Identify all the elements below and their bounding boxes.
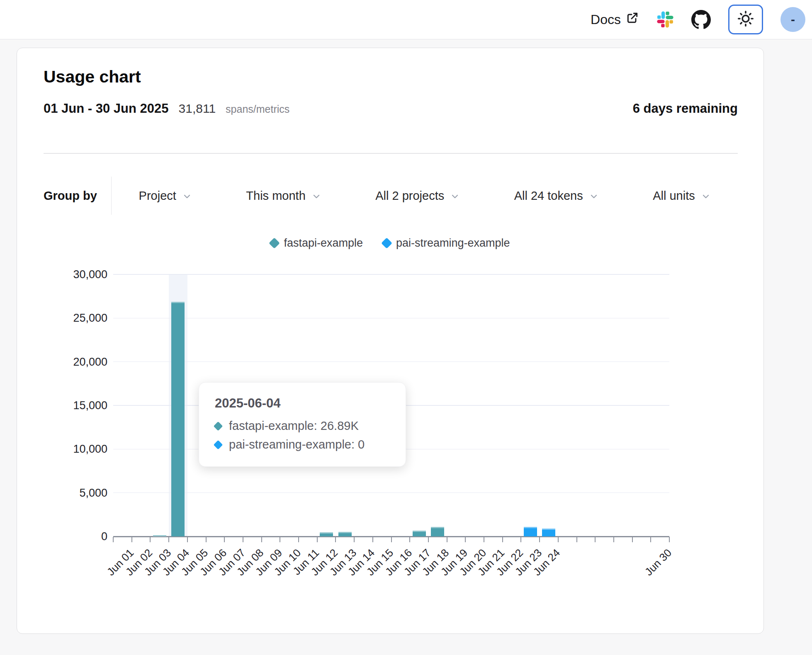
x-axis-tick bbox=[520, 537, 521, 542]
tooltip-row: pai-streaming-example: 0 bbox=[215, 438, 389, 451]
x-axis-tick bbox=[298, 537, 299, 542]
x-axis-tick bbox=[113, 537, 114, 542]
avatar[interactable]: - bbox=[780, 7, 805, 32]
y-axis-tick-label: 0 bbox=[24, 529, 107, 543]
bar-jun-03-fastapi-example[interactable] bbox=[153, 535, 166, 536]
y-axis-tick-label: 15,000 bbox=[24, 398, 107, 412]
x-axis-tick bbox=[632, 537, 633, 542]
usage-card: Usage chart 01 Jun - 30 Jun 2025 31,811 … bbox=[17, 48, 764, 634]
x-axis-tick bbox=[447, 537, 447, 542]
y-axis-tick-label: 5,000 bbox=[24, 486, 107, 500]
bar-jun-13-fastapi-example[interactable] bbox=[338, 532, 352, 536]
x-axis-tick bbox=[502, 537, 503, 542]
docs-link[interactable]: Docs bbox=[591, 11, 639, 28]
bar-jun-24-pai-streaming-example[interactable] bbox=[542, 529, 555, 536]
bar-jun-18-fastapi-example[interactable] bbox=[431, 527, 444, 536]
x-axis-tick bbox=[243, 537, 243, 542]
x-axis-tick bbox=[484, 537, 484, 542]
gridline bbox=[113, 318, 669, 319]
x-axis-tick bbox=[372, 537, 373, 542]
tooltip-row: fastapi-example: 26.89K bbox=[215, 419, 389, 433]
docs-link-label: Docs bbox=[591, 12, 621, 27]
y-axis-tick-label: 10,000 bbox=[24, 442, 107, 456]
x-axis-tick bbox=[335, 537, 336, 542]
x-axis-tick bbox=[576, 537, 577, 542]
sun-icon bbox=[737, 10, 755, 29]
x-axis-tick bbox=[428, 537, 429, 542]
diamond-icon bbox=[214, 421, 223, 431]
x-axis-tick bbox=[187, 537, 188, 542]
y-axis-tick-label: 20,000 bbox=[24, 355, 107, 369]
chart-tooltip: 2025-06-04 fastapi-example: 26.89K pai-s… bbox=[199, 382, 406, 467]
x-axis-tick bbox=[669, 537, 670, 542]
tooltip-row-text: pai-streaming-example: 0 bbox=[229, 438, 365, 451]
tooltip-row-text: fastapi-example: 26.89K bbox=[229, 419, 359, 433]
x-axis-tick bbox=[391, 537, 392, 542]
x-axis-tick bbox=[354, 537, 355, 542]
x-axis-tick bbox=[650, 537, 651, 542]
x-axis-tick bbox=[168, 537, 169, 542]
bar-jun-04-fastapi-example[interactable] bbox=[171, 302, 185, 536]
y-axis-tick-label: 30,000 bbox=[24, 267, 107, 281]
x-axis-tick bbox=[261, 537, 262, 542]
x-axis-label: Jun 30 bbox=[642, 546, 674, 578]
avatar-label: - bbox=[791, 12, 795, 27]
x-axis-tick bbox=[409, 537, 410, 542]
tooltip-date: 2025-06-04 bbox=[215, 396, 389, 411]
top-bar: Docs bbox=[0, 0, 812, 39]
x-axis-tick bbox=[465, 537, 466, 542]
bar-jun-12-fastapi-example[interactable] bbox=[320, 532, 333, 536]
gridline bbox=[113, 492, 669, 493]
x-axis-tick bbox=[558, 537, 559, 542]
x-axis-tick bbox=[317, 537, 318, 542]
x-axis-tick bbox=[595, 537, 596, 542]
x-axis-tick bbox=[613, 537, 614, 542]
y-axis-tick-label: 25,000 bbox=[24, 311, 107, 325]
theme-toggle-button[interactable] bbox=[728, 5, 763, 34]
slack-icon[interactable] bbox=[656, 11, 674, 28]
x-axis-tick bbox=[539, 537, 540, 542]
bar-jun-17-fastapi-example[interactable] bbox=[413, 531, 426, 536]
bar-jun-23-pai-streaming-example[interactable] bbox=[524, 527, 537, 536]
usage-bar-chart: 05,00010,00015,00020,00025,00030,000Jun … bbox=[17, 48, 763, 633]
x-axis-tick bbox=[131, 537, 132, 542]
x-axis-tick bbox=[150, 537, 151, 542]
external-link-icon bbox=[626, 11, 639, 28]
x-axis-tick bbox=[224, 537, 225, 542]
x-axis-tick bbox=[280, 537, 280, 542]
github-icon[interactable] bbox=[691, 10, 711, 29]
gridline bbox=[113, 361, 669, 362]
diamond-icon bbox=[214, 440, 223, 449]
x-axis-tick bbox=[206, 537, 207, 542]
gridline bbox=[113, 274, 669, 275]
